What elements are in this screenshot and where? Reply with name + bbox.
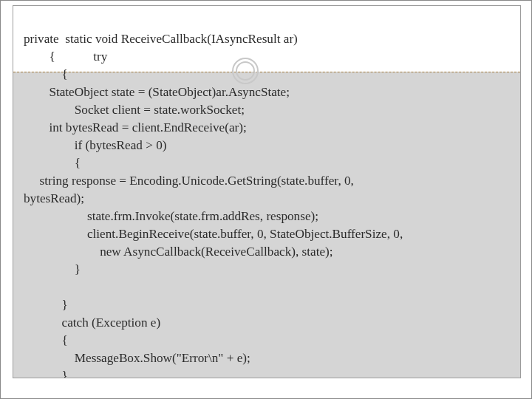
- code-line: { try: [24, 50, 107, 64]
- code-block: private static void ReceiveCallback(IAsy…: [13, 6, 520, 378]
- slide: private static void ReceiveCallback(IAsy…: [0, 0, 532, 399]
- code-line: if (bytesRead > 0): [24, 138, 166, 152]
- code-line: private static void ReceiveCallback(IAsy…: [24, 32, 298, 46]
- code-line: int bytesRead = client.EndReceive(ar);: [24, 120, 247, 134]
- code-line: {: [24, 156, 81, 170]
- code-line: }: [24, 262, 81, 276]
- code-container: private static void ReceiveCallback(IAsy…: [13, 5, 521, 378]
- code-line: Socket client = state.workSocket;: [24, 103, 245, 117]
- code-line: StateObject state = (StateObject)ar.Asyn…: [24, 85, 290, 99]
- code-line: bytesRead);: [24, 191, 84, 205]
- code-line: catch (Exception e): [24, 316, 160, 330]
- code-line: state.frm.Invoke(state.frm.addRes, respo…: [24, 209, 318, 223]
- code-line: }: [24, 298, 68, 312]
- code-line: new AsyncCallback(ReceiveCallback), stat…: [24, 245, 333, 259]
- code-line: client.BeginReceive(state.buffer, 0, Sta…: [24, 227, 403, 241]
- code-line: {: [24, 67, 68, 81]
- code-line: string response = Encoding.Unicode.GetSt…: [24, 174, 354, 188]
- code-line: }: [24, 369, 68, 378]
- code-line: {: [24, 333, 68, 347]
- code-line: MessageBox.Show("Error\n" + e);: [24, 351, 250, 365]
